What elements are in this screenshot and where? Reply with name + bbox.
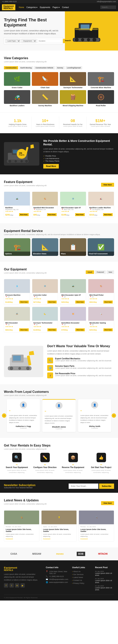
youtube-icon[interactable]: ▶ xyxy=(20,583,25,588)
logo[interactable]: Equipment RENTALS xyxy=(2,4,15,10)
news-category: Rentals xyxy=(80,526,86,528)
cat-tab-earth[interactable]: Earth Moving xyxy=(19,66,33,69)
equipment-image: ⚙️ xyxy=(32,279,58,293)
news-card: 🏗️ Rentals · 01 Jan 2023 Lorem ipsum Dol… xyxy=(4,510,39,542)
step-card: 🔍 01 Search Your Equipment Lorem ipsum d… xyxy=(4,453,30,474)
feat-location: 📍 Los Angeles, CA xyxy=(89,209,113,210)
news-comment-link[interactable]: Comment xyxy=(6,538,13,540)
rental-service-title: Equipment Rental Service xyxy=(4,229,114,233)
value-item-price: 💰 Get Reasonable Price Lorem ipsum dolor… xyxy=(47,372,114,378)
rental-service-section: Equipment Rental Service Lorem ipsum dol… xyxy=(0,223,118,262)
footer-link[interactable]: Our Services xyxy=(72,574,91,576)
feat-rent-button[interactable]: Rent Now xyxy=(103,213,113,216)
partners-section: CASA NISSAN movex BOB HITACHI xyxy=(0,548,118,560)
equipment-select[interactable]: Equipment xyxy=(21,39,37,43)
twitter-icon[interactable]: t xyxy=(10,583,14,588)
hero-desc: Lorem ipsum dolor sit amet, consectetur … xyxy=(4,29,65,35)
equip-price: $149/day xyxy=(5,301,13,303)
duration-input[interactable] xyxy=(37,39,62,43)
testimonials-title: Words From Loyal Customers xyxy=(4,390,114,394)
feat-rent-button[interactable]: Rent Now xyxy=(47,213,57,216)
hero-search-button[interactable]: Search xyxy=(63,39,73,43)
footer-link[interactable]: About Us xyxy=(72,570,91,572)
linkedin-icon[interactable]: in xyxy=(15,583,19,588)
footer: Equipment RENTALS Lorem ipsum dolor sit … xyxy=(0,560,118,600)
footer-link[interactable]: Privacy Policy xyxy=(72,582,91,584)
svg-rect-22 xyxy=(13,356,21,361)
nav-home[interactable]: Home xyxy=(19,6,24,8)
category-item[interactable]: 🚜 Backhoe Loaders xyxy=(4,90,30,106)
category-label: Survey Machine xyxy=(32,104,58,106)
service-card[interactable]: 📐 Elevation Views xyxy=(32,238,58,256)
featured-image: 🚜 xyxy=(4,192,30,206)
equip-rent-button[interactable]: Rent Now xyxy=(75,300,85,304)
featured-view-all-button[interactable]: View Next xyxy=(101,183,114,187)
cat-tab-survey[interactable]: Survey xyxy=(56,66,65,69)
promo-read-more-button[interactable]: Read More xyxy=(43,164,59,168)
category-item[interactable]: 🪵 Wood Chipping Machine xyxy=(60,90,86,106)
footer-contact-heading: Contact Info xyxy=(46,566,68,568)
tab-featured[interactable]: Featured xyxy=(95,270,106,274)
testimonial-card: 👤 " Lorem ipsum dolor sit amet, consecte… xyxy=(42,399,76,432)
nav-categories[interactable]: Categories ▾ xyxy=(26,6,37,8)
testimonial-next-button[interactable]: › xyxy=(112,414,116,418)
equip-rent-button[interactable]: Rent Now xyxy=(19,300,29,304)
step-desc: Lorem ipsum dolor sit amet, consectetur … xyxy=(32,469,58,474)
news-comment-link[interactable]: Comment xyxy=(80,538,88,540)
category-item[interactable]: 📐 Surveyor Technometer xyxy=(60,72,86,88)
land-type-select[interactable]: Land Type xyxy=(5,39,20,43)
footer-link[interactable]: Latest News xyxy=(72,576,91,578)
cat-tab-vehicle[interactable]: Construction Vehicle xyxy=(34,66,55,69)
category-item[interactable]: 🌿 Grass Cutter xyxy=(4,72,30,88)
equip-rent-button[interactable]: Rent Now xyxy=(103,300,113,304)
stat-projects: 1.1k Helping Projects Done Lorem ipsum d… xyxy=(4,116,31,129)
equip-rent-button[interactable]: Rent Now xyxy=(19,328,29,331)
newsletter-subscribe-button[interactable]: Subscribe xyxy=(99,484,114,489)
news-date: 01 Jan 2023 xyxy=(12,526,21,528)
footer-link[interactable]: Contact Us xyxy=(72,579,91,581)
nav-equipments[interactable]: Equipments xyxy=(40,6,50,8)
category-item[interactable]: 🛞 Road Roller xyxy=(88,90,114,106)
tab-used[interactable]: Used xyxy=(86,270,94,274)
tab-new[interactable]: New xyxy=(107,270,114,274)
cat-tab-construction[interactable]: Construction xyxy=(4,66,18,69)
promo-section: 10k Projects We Provide Better & More Co… xyxy=(0,133,118,174)
feat-rent-button[interactable]: Rent Now xyxy=(75,213,85,216)
cat-tab-leveling[interactable]: Leveling/Spread xyxy=(66,66,82,69)
equip-rent-button[interactable]: Rent Now xyxy=(47,300,57,304)
news-card: 🔨 Rentals · 01 Jan 2023 Lorem ipsum Dolo… xyxy=(79,510,114,542)
equipment-image: 💧 xyxy=(4,279,30,293)
category-item[interactable]: 🪚 Chain Saw xyxy=(32,72,58,88)
stat-number: 1.1k xyxy=(6,118,29,123)
equip-rent-button[interactable]: Rent Now xyxy=(75,328,85,331)
newsletter-email-input[interactable] xyxy=(69,484,98,489)
newsletter-content: Newsletter Subscription Subscribe For Yo… xyxy=(4,484,65,489)
nav-pages[interactable]: Pages ▾ xyxy=(52,6,60,8)
footer-about-text: Lorem ipsum dolor sit amet, consectetur … xyxy=(4,573,42,581)
equip-location: 📍 NY xyxy=(61,296,85,298)
featured-subtitle: Lorem ipsum dolor sit amet, consectetur … xyxy=(4,184,47,186)
step-number: 03 xyxy=(60,464,86,466)
category-image: 🌿 xyxy=(4,72,30,86)
equip-rent-button[interactable]: Rent Now xyxy=(103,328,113,331)
partner-logo-movex: movex xyxy=(54,551,66,556)
service-card[interactable]: ✅ Final Full Assessment xyxy=(88,238,114,256)
feat-rent-button[interactable]: Rent Now xyxy=(19,213,29,216)
equip-rent-button[interactable]: Rent Now xyxy=(47,328,57,331)
testimonial-prev-button[interactable]: ‹ xyxy=(2,414,6,418)
category-item[interactable]: 🏗️ Concrete Mixer Machine xyxy=(88,72,114,88)
featured-image: 🏗️ xyxy=(32,192,58,206)
news-view-all-button[interactable]: View Next xyxy=(101,501,114,505)
recent-post: 01 Jan 2023 Lorem ipsum dolor sit amet. xyxy=(95,578,114,584)
nav-search-input[interactable] xyxy=(100,6,116,9)
facebook-icon[interactable]: f xyxy=(4,583,8,588)
equipment-image: 🪚 xyxy=(88,307,114,321)
news-comment-link[interactable]: Comment xyxy=(43,538,50,540)
news-image: 🏗️ xyxy=(4,510,39,524)
category-item[interactable]: 📏 Survey Machine xyxy=(32,90,58,106)
service-card[interactable]: 📋 Plans xyxy=(60,238,86,256)
equipment-grid-row2: ⚒️ Mini Excavator 📍 NY ★★★★★ $681/day Re… xyxy=(4,307,114,333)
nav-contact[interactable]: Contact xyxy=(62,6,69,8)
categories-section: View Categories Lorem ipsum dolor sit am… xyxy=(0,50,118,112)
service-card[interactable]: 🏗️ Options xyxy=(4,238,30,256)
